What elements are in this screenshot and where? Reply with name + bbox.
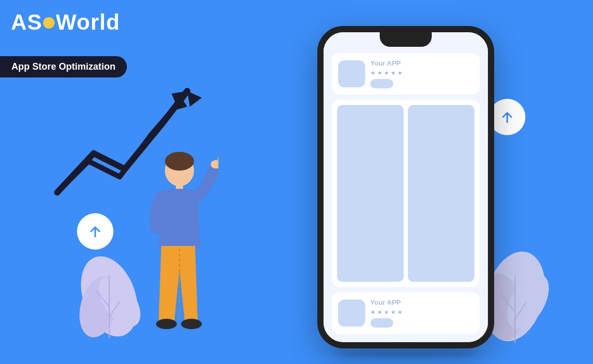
star: ★ xyxy=(391,70,396,76)
stars-row-1: ★ ★ ★ ★ ★ xyxy=(370,70,473,76)
app-row-2: Your APP ★ ★ ★ ★ ★ xyxy=(332,292,480,334)
star: ★ xyxy=(397,70,403,76)
logo: ASWorld xyxy=(11,11,120,33)
star: ★ xyxy=(377,70,382,76)
screenshots-section xyxy=(332,100,480,287)
svg-point-23 xyxy=(181,319,202,329)
svg-marker-21 xyxy=(217,156,218,159)
install-button-2[interactable] xyxy=(370,318,393,328)
svg-rect-20 xyxy=(217,159,218,168)
logo-text: ASWorld xyxy=(11,11,120,33)
phone-notch xyxy=(380,32,432,47)
app-name-1: Your APP xyxy=(370,59,473,67)
star: ★ xyxy=(370,70,376,76)
star: ★ xyxy=(397,309,403,316)
screenshot-2 xyxy=(408,105,474,282)
phone-screen: Your APP ★ ★ ★ ★ ★ xyxy=(324,32,488,342)
star: ★ xyxy=(377,309,382,316)
star: ★ xyxy=(384,70,389,76)
logo-dot xyxy=(43,17,55,29)
screenshot-1 xyxy=(337,105,404,282)
phone: Your APP ★ ★ ★ ★ ★ xyxy=(317,26,494,348)
background: ASWorld App Store Optimization xyxy=(0,0,593,364)
person-illustration xyxy=(135,145,218,337)
app-icon-2 xyxy=(338,300,365,327)
star: ★ xyxy=(384,309,389,316)
up-arrow-left-icon xyxy=(87,224,103,239)
stars-row-2: ★ ★ ★ ★ ★ xyxy=(370,309,473,316)
app-icon-1 xyxy=(338,60,365,87)
star: ★ xyxy=(391,309,396,316)
app-row-1: Your APP ★ ★ ★ ★ ★ xyxy=(332,53,480,95)
install-button-1[interactable] xyxy=(370,79,393,88)
app-info-1: Your APP ★ ★ ★ ★ ★ xyxy=(370,59,473,88)
up-arrow-right-icon xyxy=(499,109,515,125)
svg-point-22 xyxy=(156,319,177,329)
app-info-2: Your APP ★ ★ ★ ★ ★ xyxy=(370,298,473,328)
svg-point-17 xyxy=(165,152,194,171)
phone-shadow xyxy=(333,348,479,358)
phone-container: Your APP ★ ★ ★ ★ ★ xyxy=(312,26,499,348)
star: ★ xyxy=(370,309,376,316)
app-name-2: Your APP xyxy=(370,298,473,306)
svg-marker-3 xyxy=(187,91,202,107)
